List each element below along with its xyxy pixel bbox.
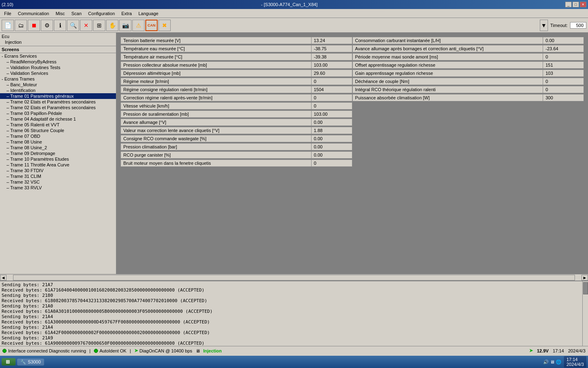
- data-label: Régime consigne régulation ralenti [tr/m…: [120, 86, 312, 93]
- menu-scan[interactable]: Scan: [68, 10, 85, 17]
- data-label: Consigne RCO commande wastegate [%]: [120, 135, 312, 142]
- tree-item[interactable]: - Ecrans Trames: [0, 76, 116, 82]
- menu-configuration[interactable]: Configuration: [85, 10, 118, 17]
- start-button[interactable]: ⊞: [2, 358, 16, 366]
- x-button[interactable]: ✖: [158, 20, 171, 31]
- taskbar-right: 🔊 🖥 🌐 17:14 2024/4/3: [543, 356, 586, 368]
- camera-button[interactable]: 📷: [119, 20, 131, 31]
- tree-item[interactable]: – Trame 05 Ralenti et VVT: [0, 122, 116, 128]
- tree-item[interactable]: – Trame 07 OBD: [0, 133, 116, 139]
- search-button[interactable]: 🔍: [67, 20, 79, 31]
- autident-text: AutoIdent OK: [100, 348, 127, 353]
- tree-container[interactable]: - Ecrans Services– ReadMemoryByAdress– V…: [0, 53, 116, 274]
- data-label: Température eau mesurée [°C]: [120, 45, 312, 52]
- title-bar: (2.10) - [S3000-A774_Can_1_X84] _ □ ✕: [0, 0, 588, 9]
- injection-label: Injection: [2, 39, 114, 45]
- taskbar-tray-icons: 🔊 🖥 🌐: [543, 359, 561, 365]
- hscroll[interactable]: ◄ ►: [0, 274, 588, 280]
- status-arrow-right: ➤: [529, 348, 533, 353]
- status-voltage: 12.9V: [537, 348, 549, 353]
- data-label: Avance allumage [°V]: [120, 119, 312, 126]
- tree-item[interactable]: – Banc_Moteur: [0, 82, 116, 88]
- status-autident: AutoIdent OK: [94, 348, 127, 353]
- app-label: S3000: [28, 359, 41, 364]
- status-date: 2024/4/3: [568, 348, 586, 353]
- data-row: Gain apprentissage regulation richesse 1…: [352, 70, 584, 77]
- data-value: 0.00: [312, 151, 352, 159]
- tree-item[interactable]: – Trame 32 VSC: [0, 179, 116, 185]
- data-value: 300: [543, 94, 584, 101]
- close-button[interactable]: ✕: [580, 2, 586, 7]
- data-value: 0: [543, 53, 584, 61]
- data-row: Consigne RCO commande wastegate [%] 0.00: [120, 135, 352, 142]
- data-label: Avance allumage après bornages et correc…: [352, 45, 543, 52]
- data-label: Température air mesurée [°C]: [120, 53, 312, 61]
- minimize-button[interactable]: _: [565, 2, 572, 7]
- menu-misc[interactable]: Misc: [52, 10, 68, 17]
- tree-item[interactable]: – Trame 30 FTDIV: [0, 168, 116, 173]
- timeout-dropdown-btn[interactable]: ▼: [540, 20, 548, 31]
- data-label: Tension batterie mesurée [V]: [120, 37, 312, 44]
- title-center: - [S3000-A774_Can_1_X84]: [13, 2, 565, 7]
- hscroll-left[interactable]: ◄: [0, 275, 7, 280]
- data-row: Déchéance de couple [Nm] 0: [352, 78, 584, 85]
- menu-file[interactable]: File: [1, 10, 15, 17]
- status-bar: Interface connected Diagnostic running |…: [0, 346, 588, 355]
- data-label: Régime moteur [tr/min]: [120, 78, 312, 85]
- data-value: 0: [312, 102, 352, 110]
- tree-item[interactable]: – Trame 10 Paramètres Etudes: [0, 156, 116, 162]
- menu-language[interactable]: Language: [135, 10, 162, 17]
- grid-button[interactable]: ⊞: [93, 20, 105, 31]
- left-panel: Ecu Injection Screens - Ecrans Services–…: [0, 33, 116, 274]
- injection-text: Injection: [203, 348, 222, 353]
- new-button[interactable]: 📄: [2, 20, 14, 31]
- menu-extra[interactable]: Extra: [118, 10, 135, 17]
- stop-button[interactable]: ⏹: [28, 20, 40, 31]
- tree-item[interactable]: – Validation Routines Tests: [0, 65, 116, 70]
- data-value: 0.00: [543, 37, 584, 44]
- data-label: Consommation carburant instantanée [L/H]: [352, 37, 543, 44]
- tree-item[interactable]: – Validation Services: [0, 70, 116, 76]
- title-left: (2.10): [2, 2, 13, 7]
- data-row: Avance allumage après bornages et correc…: [352, 45, 584, 52]
- data-row: Température air mesurée [°C] -39.38: [120, 53, 352, 61]
- taskbar-app[interactable]: 🔧 S3000: [17, 359, 44, 366]
- tree-item[interactable]: – Trame 02 Etats et Paramètres secondair…: [0, 99, 116, 105]
- data-row: Dépression altimétrique [mb] 29.60: [120, 70, 352, 77]
- maximize-button[interactable]: □: [572, 2, 579, 7]
- data-label: Pression de suralimentation [mb]: [120, 110, 312, 118]
- tree-item[interactable]: – Trame 01 Paramètres généraux: [0, 93, 116, 99]
- data-value: 1.88: [312, 127, 352, 134]
- tree-item[interactable]: – Trame 04 Adaptatif de richesse 1: [0, 116, 116, 122]
- log-area[interactable]: Sending bytes: 21A7Received bytes: 61A71…: [0, 280, 588, 346]
- open-button[interactable]: 🗂: [15, 20, 27, 31]
- tree-item[interactable]: – Trame 31 CLIM: [0, 173, 116, 179]
- tree-item[interactable]: – Trame 03 Papillon-Pédale: [0, 110, 116, 116]
- taskbar: ⊞ 🔧 S3000 🔊 🖥 🌐 17:14 2024/4/3: [0, 356, 588, 368]
- data-value: 29.60: [312, 70, 352, 77]
- tree-item[interactable]: - Ecrans Services: [0, 53, 116, 59]
- tree-item[interactable]: – Identification: [0, 88, 116, 93]
- log-scrollbar[interactable]: [582, 281, 588, 346]
- data-row: Période moyenne maxi sonde amont [ms] 0: [352, 53, 584, 61]
- data-row: Offset apprentissage regulation richesse…: [352, 61, 584, 69]
- hscroll-track[interactable]: [13, 275, 575, 280]
- data-label: RCO purge canister [%]: [120, 151, 312, 159]
- menu-communication[interactable]: Communication: [15, 10, 52, 17]
- can-button[interactable]: CAN: [145, 20, 158, 31]
- info-button[interactable]: ℹ: [54, 20, 66, 31]
- warning-button[interactable]: ⚠: [132, 20, 145, 31]
- tree-item[interactable]: – Trame 33 RVLV: [0, 185, 116, 191]
- tree-item[interactable]: – Trame 02 Etats et Paramètres secondair…: [0, 105, 116, 110]
- tree-item[interactable]: – Trame 08 Usine_2: [0, 145, 116, 150]
- tree-item[interactable]: – Trame 09 Detrompage: [0, 150, 116, 156]
- hscroll-right[interactable]: ►: [581, 275, 588, 280]
- tree-item[interactable]: – Trame 11 Throttle Area Curve: [0, 162, 116, 168]
- tree-item[interactable]: – ReadMemoryByAdress: [0, 59, 116, 65]
- tree-item[interactable]: – Trame 06 Structure Couple: [0, 128, 116, 133]
- tree-item[interactable]: – Trame 08 Usine: [0, 139, 116, 145]
- gear-button[interactable]: ⚙: [41, 20, 53, 31]
- delete-button[interactable]: ✕: [80, 20, 92, 31]
- hand-button[interactable]: ✋: [106, 20, 118, 31]
- log-line: Received bytes: 61A3000000000000000D4597…: [2, 319, 580, 325]
